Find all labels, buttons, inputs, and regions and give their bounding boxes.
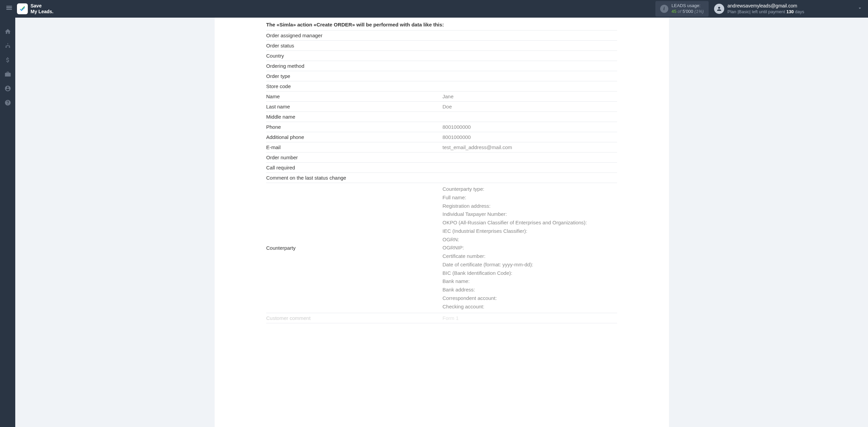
logo-text: Save My Leads. bbox=[31, 3, 54, 15]
form-preview: The «Simla» action «Create ORDER» will b… bbox=[266, 18, 617, 330]
field-value: 8001000000 bbox=[442, 122, 617, 132]
field-label: Ordering method bbox=[266, 61, 442, 71]
field-value: test_email_address@mail.com bbox=[442, 142, 617, 152]
field-value: Jane bbox=[442, 92, 617, 102]
counterparty-line: Certificate number: bbox=[442, 252, 617, 261]
table-row: Order type bbox=[266, 71, 617, 81]
field-label: Customer comment bbox=[266, 313, 442, 323]
content-panel: The «Simla» action «Create ORDER» will b… bbox=[215, 18, 669, 427]
help-icon bbox=[4, 99, 11, 106]
user-info: andrewsavemyleads@gmail.com Plan |Basic|… bbox=[728, 3, 804, 15]
field-label: Store code bbox=[266, 81, 442, 92]
field-value-counterparty: Counterparty type:Full name:Registration… bbox=[442, 183, 617, 313]
leads-usage-text: LEADS usage: 45 of 5'000 (1%) bbox=[672, 3, 704, 15]
counterparty-line: Registration address: bbox=[442, 202, 617, 210]
table-row: Customer commentForm 1 bbox=[266, 313, 617, 323]
counterparty-line: OGRNIP: bbox=[442, 244, 617, 252]
counterparty-line: Checking account: bbox=[442, 303, 617, 311]
header-collapse-button[interactable] bbox=[857, 5, 863, 12]
field-value bbox=[442, 81, 617, 92]
field-label: Name bbox=[266, 92, 442, 102]
counterparty-line: OGRN: bbox=[442, 236, 617, 244]
sidebar-item-briefcase[interactable] bbox=[0, 67, 15, 81]
table-row-counterparty: CounterpartyCounterparty type:Full name:… bbox=[266, 183, 617, 313]
table-row: Middle name bbox=[266, 112, 617, 122]
user-avatar-icon bbox=[714, 4, 724, 14]
field-value bbox=[442, 173, 617, 183]
table-row: Ordering method bbox=[266, 61, 617, 71]
dollar-icon bbox=[4, 57, 11, 63]
sidebar-item-connections[interactable] bbox=[0, 39, 15, 53]
field-value bbox=[442, 112, 617, 122]
sidebar-item-billing[interactable] bbox=[0, 53, 15, 67]
field-label: Phone bbox=[266, 122, 442, 132]
field-label: Middle name bbox=[266, 112, 442, 122]
counterparty-line: Date of certificate (format: yyyy-mm-dd)… bbox=[442, 261, 617, 269]
counterparty-line: Individual Taxpayer Number: bbox=[442, 210, 617, 219]
hamburger-icon bbox=[5, 4, 13, 12]
top-bar: Save My Leads. i LEADS usage: 45 of 5'00… bbox=[0, 0, 868, 18]
logo-icon bbox=[17, 3, 28, 14]
field-value bbox=[442, 71, 617, 81]
user-circle-icon bbox=[4, 85, 11, 92]
field-label: Comment on the last status change bbox=[266, 173, 442, 183]
menu-toggle-button[interactable] bbox=[5, 4, 13, 14]
field-label: Order status bbox=[266, 41, 442, 51]
info-icon: i bbox=[660, 5, 668, 13]
field-value bbox=[442, 30, 617, 41]
field-value bbox=[442, 152, 617, 163]
home-icon bbox=[4, 28, 11, 35]
field-value bbox=[442, 163, 617, 173]
field-label: E-mail bbox=[266, 142, 442, 152]
section-title: The «Simla» action «Create ORDER» will b… bbox=[266, 22, 617, 30]
counterparty-line: OKPO (All-Russian Classifier of Enterpri… bbox=[442, 219, 617, 227]
counterparty-line: Bank name: bbox=[442, 277, 617, 286]
table-row: NameJane bbox=[266, 92, 617, 102]
field-label: Country bbox=[266, 51, 442, 61]
counterparty-line: BIC (Bank Identification Code): bbox=[442, 269, 617, 278]
field-value: Doe bbox=[442, 102, 617, 112]
chevron-down-icon bbox=[857, 5, 863, 11]
table-row: Phone8001000000 bbox=[266, 122, 617, 132]
sidebar-item-help[interactable] bbox=[0, 96, 15, 110]
table-row: Order assigned manager bbox=[266, 30, 617, 41]
sidebar-item-home[interactable] bbox=[0, 24, 15, 39]
table-row: Call required bbox=[266, 163, 617, 173]
table-row: Order status bbox=[266, 41, 617, 51]
sidebar-item-account[interactable] bbox=[0, 81, 15, 96]
logo[interactable]: Save My Leads. bbox=[17, 3, 54, 15]
table-row: Comment on the last status change bbox=[266, 173, 617, 183]
table-row: Last nameDoe bbox=[266, 102, 617, 112]
data-table: Order assigned managerOrder statusCountr… bbox=[266, 30, 617, 323]
field-value: 8001000000 bbox=[442, 132, 617, 142]
field-value bbox=[442, 51, 617, 61]
field-label: Additional phone bbox=[266, 132, 442, 142]
field-label: Call required bbox=[266, 163, 442, 173]
table-row: Additional phone8001000000 bbox=[266, 132, 617, 142]
top-right: i LEADS usage: 45 of 5'000 (1%) andrewsa… bbox=[655, 1, 863, 17]
counterparty-line: Correspondent account: bbox=[442, 294, 617, 303]
field-label: Counterparty bbox=[266, 183, 442, 313]
field-label: Order number bbox=[266, 152, 442, 163]
briefcase-icon bbox=[4, 71, 11, 78]
field-value: Form 1 bbox=[442, 313, 617, 323]
content-wrapper: The «Simla» action «Create ORDER» will b… bbox=[15, 18, 868, 427]
sidebar bbox=[0, 18, 15, 427]
field-label: Order assigned manager bbox=[266, 30, 442, 41]
field-value bbox=[442, 41, 617, 51]
counterparty-line: IEC (Industrial Enterprises Classifier): bbox=[442, 227, 617, 236]
counterparty-line: Counterparty type: bbox=[442, 185, 617, 194]
table-row: Order number bbox=[266, 152, 617, 163]
counterparty-line: Bank address: bbox=[442, 286, 617, 294]
user-menu[interactable]: andrewsavemyleads@gmail.com Plan |Basic|… bbox=[714, 3, 804, 15]
table-row: Country bbox=[266, 51, 617, 61]
counterparty-line: Full name: bbox=[442, 194, 617, 202]
field-label: Last name bbox=[266, 102, 442, 112]
table-row: E-mailtest_email_address@mail.com bbox=[266, 142, 617, 152]
leads-usage-badge[interactable]: i LEADS usage: 45 of 5'000 (1%) bbox=[655, 1, 709, 17]
table-row: Store code bbox=[266, 81, 617, 92]
sitemap-icon bbox=[4, 42, 11, 49]
field-label: Order type bbox=[266, 71, 442, 81]
field-value bbox=[442, 61, 617, 71]
